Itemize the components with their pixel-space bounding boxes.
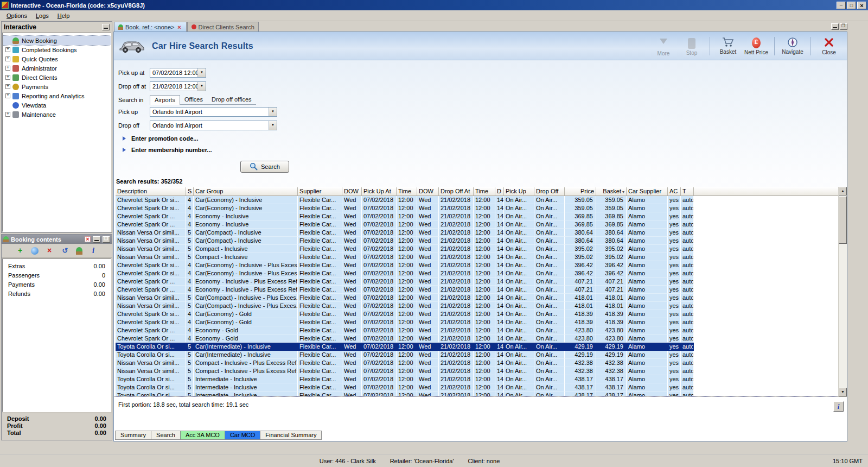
table-row[interactable]: Chevrolet Spark Or si...4Car(Economy) - … <box>116 261 838 269</box>
search-button[interactable]: Search <box>240 161 289 173</box>
table-row[interactable]: Toyota Corolla Or si...5Intermediate - I… <box>116 392 838 396</box>
minimize-button[interactable] <box>837 2 846 9</box>
table-row[interactable]: Chevrolet Spark Or ...4Economy - GoldFle… <box>116 326 838 335</box>
close-booking-panel-icon[interactable] <box>85 236 91 242</box>
dock-minimize-button[interactable] <box>831 23 839 30</box>
promotion-code-expander[interactable]: Enter promotion code... <box>123 135 847 142</box>
column-header-description[interactable]: Description <box>116 187 186 196</box>
chevron-down-icon[interactable] <box>269 121 277 130</box>
sidebar-item[interactable]: Administrator <box>3 64 111 73</box>
menu-item[interactable]: Logs <box>31 11 53 20</box>
refresh-icon[interactable] <box>60 246 70 256</box>
booking-panel-restore-button[interactable] <box>103 236 110 243</box>
table-row[interactable]: Nissan Versa Or simil...5Compact - Inclu… <box>116 245 838 253</box>
sidebar-item[interactable]: Direct Clients <box>3 73 111 82</box>
dropoff-at-field[interactable]: 21/02/2018 12:00 <box>150 81 206 91</box>
search-in-tab[interactable]: Airports <box>150 95 180 105</box>
chevron-down-icon[interactable] <box>197 68 206 77</box>
column-header-ac[interactable]: AC <box>668 187 681 196</box>
column-header-pick-up[interactable]: Pick Up <box>504 187 534 196</box>
close-button[interactable]: Close <box>816 37 841 55</box>
expand-icon[interactable] <box>5 93 10 98</box>
table-row[interactable]: Nissan Versa Or simil...5Compact - Inclu… <box>116 367 838 375</box>
pickup-at-field[interactable]: 07/02/2018 12:00 <box>150 68 206 78</box>
table-row[interactable]: Chevrolet Spark Or si...4Car(Economy) - … <box>116 204 838 212</box>
column-header-dow[interactable]: DOW <box>342 187 362 196</box>
table-row[interactable]: Chevrolet Spark Or ...4Economy - Inclusi… <box>116 212 838 220</box>
table-row[interactable]: Toyota Corolla Or si...5Car(Intermediate… <box>116 351 838 359</box>
column-header-price[interactable]: Price <box>565 187 596 196</box>
chevron-down-icon[interactable] <box>269 108 277 116</box>
table-row[interactable]: Nissan Versa Or simil...5Car(Compact) - … <box>116 302 838 310</box>
column-header-s[interactable]: S <box>186 187 194 196</box>
column-header-time[interactable]: Time <box>397 187 417 196</box>
view-tab[interactable]: Financial Summary <box>260 431 322 440</box>
menu-item[interactable]: Options <box>2 11 31 20</box>
document-tab[interactable]: Book. ref.: <none> <box>114 22 187 31</box>
expand-icon[interactable] <box>5 47 10 52</box>
table-row[interactable]: Chevrolet Spark Or si...4Car(Economy) - … <box>116 269 838 277</box>
table-row[interactable]: Chevrolet Spark Or ...4Economy - Inclusi… <box>116 286 838 294</box>
sidebar-item[interactable]: Viewdata <box>3 100 111 110</box>
scrollbar-thumb[interactable] <box>839 196 847 244</box>
column-header-pick-up-at[interactable]: Pick Up At <box>362 187 397 196</box>
collapse-panel-button[interactable] <box>102 24 110 30</box>
column-header-dow[interactable]: DOW <box>417 187 439 196</box>
view-tab[interactable]: Acc 3A MCO <box>180 431 225 440</box>
table-row[interactable]: Chevrolet Spark Or si...4Car(Economy) - … <box>116 318 838 326</box>
table-row[interactable]: Chevrolet Spark Or si...4Car(Economy) - … <box>116 196 838 204</box>
navigate-button[interactable]: Navigate <box>780 37 805 55</box>
table-row[interactable]: Nissan Versa Or simil...5Compact - Inclu… <box>116 253 838 261</box>
table-row[interactable]: Nissan Versa Or simil...5Compact - Inclu… <box>116 359 838 367</box>
sidebar-item[interactable]: New Booking <box>3 36 111 45</box>
maximize-button[interactable] <box>847 2 856 9</box>
expand-icon[interactable] <box>5 66 10 71</box>
table-row[interactable]: Chevrolet Spark Or si...4Car(Economy) - … <box>116 310 838 318</box>
booking-row[interactable]: Passengers 0 <box>3 270 111 280</box>
palm-tool-icon[interactable] <box>76 247 82 255</box>
column-header-car-group[interactable]: Car Group <box>194 187 298 196</box>
column-header-supplier[interactable]: Supplier <box>298 187 342 196</box>
table-row[interactable]: Nissan Versa Or simil...5Car(Compact) - … <box>116 294 838 302</box>
info-button[interactable] <box>833 401 844 412</box>
dropoff-combo[interactable]: Orlando Intl Airport <box>150 121 277 130</box>
nett-price-button[interactable]: Nett Price <box>744 36 769 55</box>
booking-row[interactable]: Extras 0.00 <box>3 261 111 270</box>
menu-item[interactable]: Help <box>53 11 74 20</box>
scroll-up-icon[interactable] <box>839 187 847 195</box>
search-in-tab[interactable]: Drop off offices <box>207 95 256 105</box>
expand-icon[interactable] <box>5 84 10 89</box>
add-icon[interactable] <box>15 246 25 256</box>
expand-icon[interactable] <box>5 112 10 117</box>
column-header-time[interactable]: Time <box>474 187 495 196</box>
column-header-drop-off-at[interactable]: Drop Off At <box>439 187 474 196</box>
sidebar-item[interactable]: Payments <box>3 82 111 91</box>
booking-row[interactable]: Refunds 0.00 <box>3 289 111 298</box>
column-header-basket[interactable]: Basket <box>596 187 627 196</box>
info-icon[interactable] <box>88 246 98 256</box>
sidebar-item[interactable]: Maintenance <box>3 110 111 119</box>
column-header-d[interactable]: D <box>495 187 504 196</box>
document-tab[interactable]: Direct Clients Search <box>187 22 259 31</box>
booking-row[interactable]: Payments 0.00 <box>3 280 111 289</box>
column-header-drop-off[interactable]: Drop Off <box>534 187 565 196</box>
chevron-down-icon[interactable] <box>197 82 206 91</box>
sidebar-item[interactable]: Completed Bookings <box>3 45 111 54</box>
column-header-car-supplier[interactable]: Car Supplier <box>627 187 668 196</box>
table-row[interactable]: Chevrolet Spark Or ...4Economy - GoldFle… <box>116 335 838 343</box>
expand-icon[interactable] <box>5 56 10 61</box>
view-tab[interactable]: Car MCO <box>225 431 260 440</box>
table-row[interactable]: Chevrolet Spark Or ...4Economy - Inclusi… <box>116 277 838 286</box>
view-tab[interactable]: Search <box>151 431 181 440</box>
search-in-tab[interactable]: Offices <box>180 95 207 105</box>
globe-icon[interactable] <box>31 247 39 255</box>
close-window-button[interactable] <box>857 2 866 9</box>
delete-icon[interactable] <box>44 246 54 256</box>
membership-number-expander[interactable]: Enter membership number... <box>123 147 847 153</box>
expand-icon[interactable] <box>5 75 10 80</box>
table-row[interactable]: Chevrolet Spark Or ...4Economy - Inclusi… <box>116 220 838 229</box>
view-tab[interactable]: Summary <box>115 431 151 440</box>
column-header-t[interactable]: T <box>681 187 694 196</box>
sidebar-item[interactable]: Quick Quotes <box>3 54 111 64</box>
sidebar-item[interactable]: Reporting and Analytics <box>3 91 111 100</box>
